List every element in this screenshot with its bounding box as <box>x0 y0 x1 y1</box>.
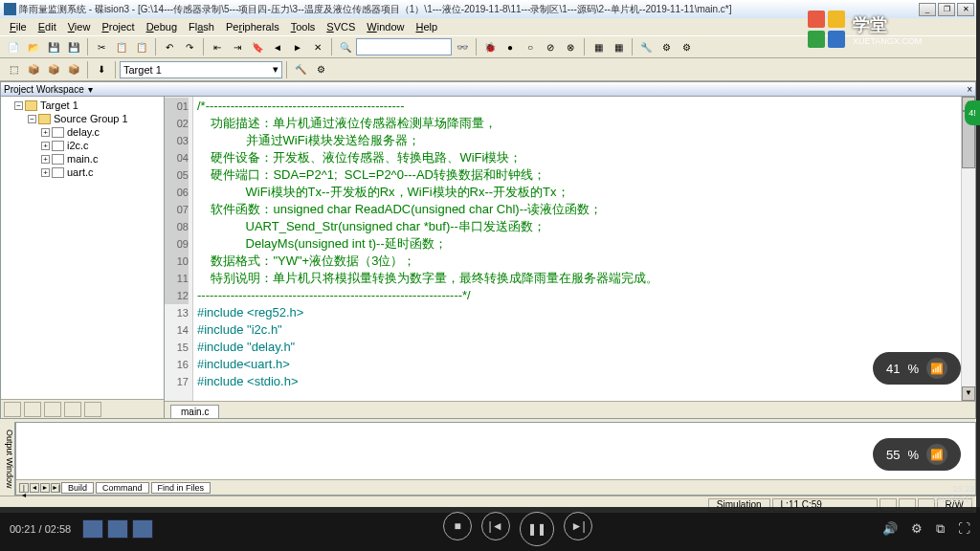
video-player-bar: 00:21 / 02:58 ■ |◄ ❚❚ ►| 🔊 ⚙ ⧉ ⛶ <box>0 507 980 551</box>
window-title: 降雨量监测系统 - 碟ision3 - [G:\14---传感器录制\5---项… <box>19 3 919 16</box>
settings-icon[interactable]: ⚙ <box>911 521 923 537</box>
output-body[interactable]: |◄ ◄ ► ►| Build Command Find in Files <box>15 422 976 496</box>
taskbar-app-icon[interactable] <box>132 519 153 539</box>
window2-icon[interactable]: ▦ <box>609 37 628 56</box>
bookmark-icon[interactable]: 🔖 <box>248 37 267 56</box>
save-icon[interactable]: 💾 <box>44 37 63 56</box>
tree-file-label: main.c <box>67 153 98 165</box>
editor-tab-main[interactable]: main.c <box>170 405 219 418</box>
manage-icon[interactable]: ⚙ <box>311 60 330 79</box>
volume-icon[interactable]: 🔊 <box>882 521 898 537</box>
tool3-icon[interactable]: ⚙ <box>677 37 696 56</box>
workspace-title: Project Workspace <box>4 84 84 95</box>
menu-svcs[interactable]: SVCS <box>321 20 361 33</box>
menu-project[interactable]: Project <box>96 20 140 33</box>
collapse-icon[interactable]: − <box>28 115 36 123</box>
bp-toggle-icon[interactable]: ○ <box>521 37 540 56</box>
build-target-icon[interactable]: ⬚ <box>4 60 23 79</box>
expand-icon[interactable]: + <box>41 142 50 150</box>
expand-icon[interactable]: + <box>41 168 50 177</box>
tree-file[interactable]: +delay.c <box>3 125 162 139</box>
options-icon[interactable]: 🔨 <box>291 60 310 79</box>
out-nav-first-icon[interactable]: |◄ <box>19 483 29 493</box>
copy-icon[interactable]: 📋 <box>112 37 131 56</box>
redo-icon[interactable]: ↷ <box>180 37 199 56</box>
menu-peripherals[interactable]: Peripherals <box>220 20 285 33</box>
workspace-close-icon[interactable]: × <box>967 84 975 95</box>
tree-target[interactable]: − Target 1 <box>3 99 162 112</box>
bookmark-clear-icon[interactable]: ✕ <box>308 37 327 56</box>
menu-edit[interactable]: Edit <box>33 20 62 33</box>
output-label: Output Window <box>0 422 15 496</box>
wifi-icon: 📶 <box>926 444 947 465</box>
regs-tab-icon[interactable] <box>24 402 41 417</box>
rebuild-icon[interactable]: 📦 <box>44 60 63 79</box>
paste-icon[interactable]: 📋 <box>132 37 151 56</box>
tree-file[interactable]: +i2c.c <box>3 139 162 152</box>
breakpoint-icon[interactable]: ● <box>501 37 520 56</box>
find-input[interactable] <box>356 38 452 55</box>
expand-icon[interactable]: + <box>41 155 50 164</box>
out-nav-next-icon[interactable]: ► <box>40 483 50 493</box>
fullscreen-icon[interactable]: ⛶ <box>958 521 970 537</box>
bookmark-next-icon[interactable]: ► <box>288 37 307 56</box>
menu-view[interactable]: View <box>62 20 97 33</box>
output-tab-command[interactable]: Command <box>96 482 149 494</box>
files-tab-icon[interactable] <box>4 402 21 417</box>
output-tab-find[interactable]: Find in Files <box>151 482 212 494</box>
tree-file[interactable]: +main.c <box>3 152 162 165</box>
templ-tab-icon[interactable] <box>84 402 101 417</box>
scroll-down-icon[interactable]: ▼ <box>962 386 975 401</box>
vertical-scrollbar[interactable]: ▲ ▼ <box>961 97 975 401</box>
menu-debug[interactable]: Debug <box>141 20 183 33</box>
output-tab-build[interactable]: Build <box>61 482 94 494</box>
download-icon[interactable]: ⬇ <box>92 60 111 79</box>
tool1-icon[interactable]: 🔧 <box>636 37 656 56</box>
bp-kill-icon[interactable]: ⊗ <box>561 37 580 56</box>
pause-button[interactable]: ❚❚ <box>520 512 554 546</box>
tree-group[interactable]: − Source Group 1 <box>3 112 162 125</box>
tool2-icon[interactable]: ⚙ <box>657 37 676 56</box>
build-icon[interactable]: 📦 <box>24 60 43 79</box>
code-area[interactable]: /*--------------------------------------… <box>193 97 975 401</box>
collapse-icon[interactable]: − <box>14 101 23 110</box>
stop-button[interactable]: ■ <box>443 512 472 540</box>
taskbar-app-icon[interactable] <box>107 519 128 539</box>
func-tab-icon[interactable] <box>64 402 81 417</box>
tree-file-label: uart.c <box>67 166 94 178</box>
tree-file[interactable]: +uart.c <box>3 165 162 179</box>
save-all-icon[interactable]: 💾 <box>64 37 83 56</box>
menu-file[interactable]: File <box>4 20 33 33</box>
pip-icon[interactable]: ⧉ <box>936 521 945 537</box>
expand-icon[interactable]: + <box>41 128 50 137</box>
binoculars-icon[interactable]: 👓 <box>453 37 472 56</box>
window1-icon[interactable]: ▦ <box>589 37 608 56</box>
out-nav-last-icon[interactable]: ►| <box>51 483 60 493</box>
side-badge[interactable]: 4! <box>965 100 980 125</box>
target-select[interactable]: Target 1 ▾ <box>120 61 282 78</box>
out-nav-prev-icon[interactable]: ◄ <box>30 483 39 493</box>
next-button[interactable]: ►| <box>564 512 592 540</box>
indent-left-icon[interactable]: ⇤ <box>208 37 227 56</box>
file-icon <box>52 167 64 178</box>
cut-icon[interactable]: ✂ <box>92 37 111 56</box>
find-icon[interactable]: 🔍 <box>336 37 355 56</box>
menu-flash[interactable]: Flash <box>183 20 220 33</box>
target-select-value: Target 1 <box>123 64 162 76</box>
menu-help[interactable]: Help <box>410 20 443 33</box>
new-file-icon[interactable]: 📄 <box>4 37 23 56</box>
prev-button[interactable]: |◄ <box>481 512 510 540</box>
taskbar-app-icon[interactable] <box>82 519 103 539</box>
bookmark-prev-icon[interactable]: ◄ <box>268 37 287 56</box>
open-file-icon[interactable]: 📂 <box>24 37 43 56</box>
chevron-down-icon[interactable]: ▾ <box>88 84 93 95</box>
menu-window[interactable]: Window <box>361 20 410 33</box>
undo-icon[interactable]: ↶ <box>160 37 179 56</box>
debug-icon[interactable]: 🐞 <box>480 37 500 56</box>
bp-disable-icon[interactable]: ⊘ <box>541 37 560 56</box>
tree-group-label: Source Group 1 <box>54 113 128 124</box>
indent-right-icon[interactable]: ⇥ <box>228 37 247 56</box>
build-all-icon[interactable]: 📦 <box>64 60 83 79</box>
menu-tools[interactable]: Tools <box>285 20 322 33</box>
books-tab-icon[interactable] <box>44 402 61 417</box>
